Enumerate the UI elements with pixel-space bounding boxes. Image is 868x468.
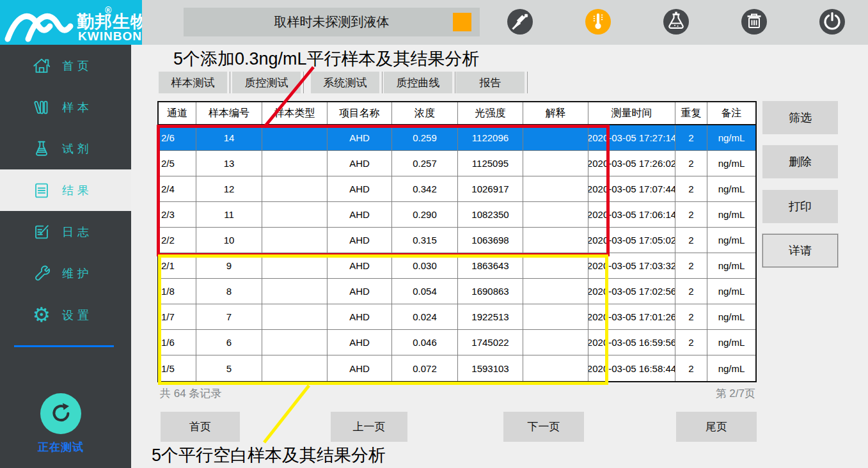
sidebar-item-settings[interactable]: ⚙设置 (0, 294, 131, 336)
table-cell: 2020-03-05 17:06:14 (588, 202, 675, 227)
refresh-running-icon[interactable] (40, 393, 81, 434)
table-cell: 14 (196, 125, 262, 150)
table-cell (262, 228, 327, 253)
tab-divider (382, 72, 383, 93)
tab-system-test[interactable]: 系统测试 (311, 72, 379, 93)
sidebar-menu: 首页样本试剂结果日志维护⚙设置 (0, 45, 131, 336)
table-cell: 1593103 (458, 355, 523, 381)
table-cell: 0.024 (392, 304, 458, 329)
sidebar-item-reagent[interactable]: 试剂 (0, 128, 131, 169)
sidebar-item-label: 设置 (62, 308, 93, 323)
table-cell (262, 304, 327, 329)
sidebar-item-sample[interactable]: 样本 (0, 86, 131, 128)
dropper-disabled-icon[interactable] (507, 9, 533, 35)
power-icon[interactable] (819, 9, 845, 35)
next-page-button[interactable]: 下一页 (503, 412, 584, 442)
table-cell: 2 (675, 279, 707, 304)
tab-qc-curve[interactable]: 质控曲线 (384, 72, 452, 93)
table-row[interactable]: 1/77AHD0.02419225132020-03-05 17:01:262n… (159, 304, 755, 330)
table-cell: 7 (196, 304, 262, 329)
table-row[interactable]: 2/412AHD0.34210269172020-03-05 17:07:442… (159, 176, 755, 202)
tab-report[interactable]: 报告 (456, 72, 525, 93)
maintenance-icon (31, 263, 52, 285)
top-annotation-text: 5个添加0.3ng/mL平行样本及其结果分析 (173, 47, 480, 70)
delete-button[interactable]: 删除 (762, 145, 838, 178)
table-cell (262, 176, 327, 201)
table-row[interactable]: 2/311AHD0.29010823502020-03-05 17:06:142… (159, 202, 755, 228)
table-cell: 2020-03-05 17:27:14 (588, 125, 675, 150)
table-cell (262, 330, 327, 355)
table-cell: 0.259 (392, 125, 458, 150)
first-page-button[interactable]: 首页 (161, 412, 240, 442)
tab-divider (303, 72, 304, 93)
table-cell (523, 355, 588, 381)
sidebar-item-results[interactable]: 结果 (0, 169, 131, 211)
table-cell: ng/mL (707, 125, 755, 150)
table-cell: 2 (675, 304, 707, 329)
tab-divider (527, 72, 528, 93)
last-page-button[interactable]: 尾页 (676, 412, 757, 442)
results-icon (31, 180, 52, 201)
table-cell (523, 253, 588, 278)
table-cell: 0.072 (392, 355, 458, 381)
trash-icon[interactable] (741, 9, 767, 35)
table-cell: 8 (196, 279, 262, 304)
table-cell: AHD (327, 330, 392, 355)
column-header: 项目名称 (327, 102, 392, 124)
logo-swoosh-icon (3, 2, 78, 43)
sidebar-item-log[interactable]: 日志 (0, 211, 131, 253)
table-cell: 2 (675, 228, 707, 253)
table-cell: 0.290 (392, 202, 458, 227)
sidebar-item-label: 首页 (62, 58, 93, 74)
table-cell (523, 304, 588, 329)
table-cell: 2 (675, 125, 707, 150)
print-button[interactable]: 打印 (762, 190, 838, 223)
tab-sample-test[interactable]: 样本测试 (159, 72, 227, 93)
filter-button[interactable]: 筛选 (762, 101, 838, 134)
sidebar-item-maintenance[interactable]: 维护 (0, 253, 131, 294)
table-row[interactable]: 2/513AHD0.25711250952020-03-05 17:26:022… (159, 151, 755, 176)
table-cell: 1/7 (159, 304, 196, 329)
table-row[interactable]: 1/88AHD0.05416908632020-03-05 17:02:562n… (159, 279, 755, 304)
column-header: 重复 (675, 102, 707, 124)
table-cell: AHD (327, 228, 392, 253)
home-icon (31, 55, 52, 77)
table-cell: 2020-03-05 17:05:02 (588, 228, 675, 253)
table-cell: 0.257 (392, 151, 458, 176)
results-table: 通道样本编号样本类型项目名称浓度光强度解释测量时间重复备注2/614AHD0.2… (157, 101, 757, 382)
table-cell: 2/3 (159, 202, 196, 227)
table-cell: 2/2 (159, 228, 196, 253)
table-row[interactable]: 2/210AHD0.31510636982020-03-05 17:05:022… (159, 228, 755, 253)
sidebar-item-label: 样本 (62, 100, 93, 115)
table-cell: 2 (675, 202, 707, 227)
tab-qc-test[interactable]: 质控测试 (232, 72, 301, 93)
thermometer-icon[interactable] (585, 9, 611, 35)
sidebar-item-home[interactable]: 首页 (0, 45, 131, 86)
column-header: 样本类型 (262, 102, 327, 124)
table-cell: 2020-03-05 17:01:26 (588, 304, 675, 329)
flask-icon[interactable] (663, 9, 689, 35)
table-row[interactable]: 2/614AHD0.25911220962020-03-05 17:27:142… (159, 125, 755, 151)
table-cell: ng/mL (707, 355, 755, 381)
table-cell: 2020-03-05 17:07:44 (588, 176, 675, 201)
table-cell: 1026917 (458, 176, 523, 201)
sidebar-item-label: 试剂 (62, 141, 93, 157)
table-row[interactable]: 1/66AHD0.04617450222020-03-05 16:59:562n… (159, 330, 755, 355)
table-row[interactable]: 2/19AHD0.03018636432020-03-05 17:03:322n… (159, 253, 755, 279)
table-cell: 1745022 (458, 330, 523, 355)
table-cell: 2 (675, 151, 707, 176)
table-row[interactable]: 1/55AHD0.07215931032020-03-05 16:58:442n… (159, 355, 755, 381)
table-cell (262, 279, 327, 304)
prev-page-button[interactable]: 上一页 (331, 412, 407, 442)
testing-status-label: 正在测试 (16, 440, 106, 455)
table-cell: ng/mL (707, 304, 755, 329)
table-cell: 0.046 (392, 330, 458, 355)
details-button[interactable]: 详请 (762, 234, 838, 267)
table-cell: 2/5 (159, 151, 196, 176)
table-cell: AHD (327, 279, 392, 304)
table-cell: AHD (327, 355, 392, 381)
table-cell: 11 (196, 202, 262, 227)
table-cell: 2020-03-05 17:03:32 (588, 253, 675, 278)
table-cell: 2020-03-05 17:26:02 (588, 151, 675, 176)
table-cell: ng/mL (707, 253, 755, 278)
